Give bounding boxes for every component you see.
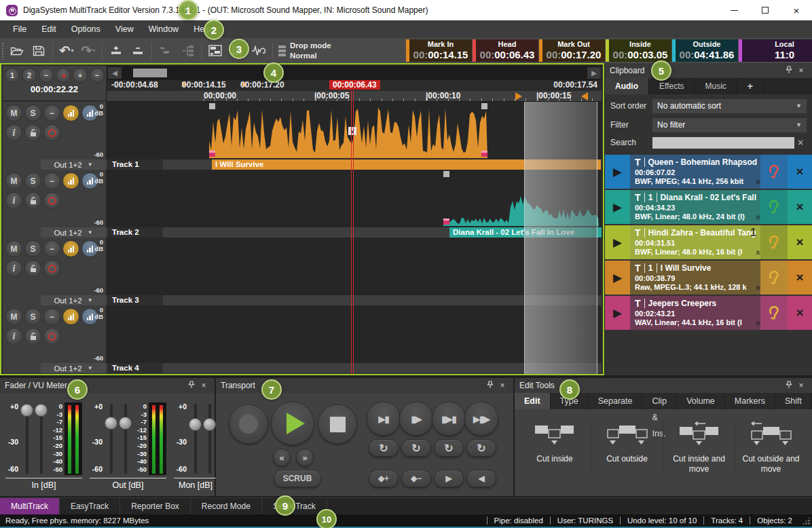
lock-track-button[interactable] xyxy=(24,260,41,277)
tool-cut-outside[interactable]: Cut outside xyxy=(591,421,663,474)
output-routing-select[interactable]: Out 1+2▼ xyxy=(41,159,106,170)
loop-2-button[interactable]: ↻ xyxy=(401,439,431,457)
view-2-button[interactable]: 2 xyxy=(22,68,37,83)
input-meter-button[interactable] xyxy=(62,172,79,189)
timeline-ruler[interactable]: 00:00:00|00:00:05|00:00:10|00:00:15 xyxy=(107,91,602,102)
fader-knob[interactable] xyxy=(20,404,33,417)
play-from-mark-button[interactable]: ▮▶ xyxy=(399,402,433,436)
fader-slider[interactable] xyxy=(203,402,216,475)
range-markers-button[interactable]: ◂▸ xyxy=(56,68,71,83)
solo-button[interactable]: S xyxy=(24,105,41,121)
prev-marker-button[interactable]: ◀ xyxy=(466,470,496,487)
nudge-back-button[interactable]: « xyxy=(273,449,291,466)
remove-clip-button[interactable]: × xyxy=(788,190,812,224)
lock-track-button[interactable] xyxy=(24,192,41,209)
hide-track-button[interactable]: − xyxy=(43,172,60,189)
input-meter-button[interactable] xyxy=(62,308,79,325)
play-button[interactable] xyxy=(271,402,314,445)
close-button[interactable]: × xyxy=(781,0,812,20)
close-panel-icon[interactable]: × xyxy=(198,381,210,390)
clipboard-item-1[interactable]: ▶TQueen - Bohemian Rhapsody_mp00:06:07.0… xyxy=(605,155,812,189)
record-button[interactable] xyxy=(229,404,268,444)
mute-button[interactable]: M xyxy=(5,308,22,325)
save-button[interactable] xyxy=(28,41,50,60)
remove-marker-button[interactable]: ◆− xyxy=(401,470,431,487)
output-routing-select[interactable]: Out 1+2▼ xyxy=(41,295,106,305)
clipboard-tab-effects[interactable]: Effects xyxy=(649,78,695,94)
track-info-button[interactable]: i xyxy=(5,192,22,209)
mute-button[interactable]: M xyxy=(5,240,22,257)
arrange-blocks-button[interactable] xyxy=(204,41,226,60)
zoom-out-button[interactable]: − xyxy=(90,68,105,83)
play-clip-button[interactable]: ▶ xyxy=(605,225,630,259)
play-clip-button[interactable]: ▶ xyxy=(605,261,630,295)
mute-button[interactable]: M xyxy=(5,172,22,189)
clear-search-icon[interactable]: × xyxy=(794,137,807,148)
mute-button[interactable]: M xyxy=(5,105,22,121)
fader-knob[interactable] xyxy=(119,417,132,430)
record-arm-button[interactable] xyxy=(43,260,60,277)
expand-chevron-icon[interactable]: » xyxy=(752,250,760,255)
remove-clip-button[interactable]: × xyxy=(788,225,812,259)
edit-tools-tab-separate[interactable]: Separate xyxy=(589,393,643,409)
tool-cut-outside-and-move[interactable]: Cut outside and move xyxy=(735,421,807,474)
prelisten-button[interactable] xyxy=(760,155,788,189)
remove-clip-button[interactable]: × xyxy=(788,155,812,189)
close-panel-icon[interactable]: × xyxy=(795,381,807,390)
align-left-button[interactable] xyxy=(155,41,177,60)
loop-1-button[interactable]: ↻ xyxy=(369,439,399,457)
clipboard-item-5[interactable]: ▶TJeepers Creepers00:02:43.21WAV, Linear… xyxy=(605,296,812,330)
play-clip-button[interactable]: ▶ xyxy=(605,155,630,189)
clip-corner-handle[interactable] xyxy=(443,171,449,177)
remove-clip-button[interactable]: × xyxy=(788,296,812,330)
close-panel-icon[interactable]: × xyxy=(496,381,509,390)
play-clip-button[interactable]: ▶ xyxy=(605,296,630,330)
solo-button[interactable]: S xyxy=(24,308,41,325)
fader-knob[interactable] xyxy=(189,418,202,431)
tool-cut-inside-and-move[interactable]: Cut inside and move xyxy=(663,421,735,474)
search-input[interactable] xyxy=(652,137,794,149)
solo-button[interactable]: S xyxy=(24,240,41,257)
maximize-button[interactable] xyxy=(750,0,781,20)
scroll-left-button[interactable]: ◀ xyxy=(108,67,122,79)
clip-corner-handle[interactable] xyxy=(481,103,487,109)
clipboard-item-4[interactable]: ▶T1I Will Survive00:00:38.79Raw, MPEG-L.… xyxy=(605,261,812,295)
undo-button[interactable]: ↶▾ xyxy=(56,41,77,60)
mark-in-marker-icon[interactable] xyxy=(515,92,522,100)
clip-corner-handle[interactable] xyxy=(209,103,215,109)
record-arm-button[interactable] xyxy=(43,192,60,209)
add-clipboard-tab-button[interactable]: + xyxy=(737,78,764,94)
expand-chevron-icon[interactable]: » xyxy=(752,215,760,220)
pin-icon[interactable] xyxy=(783,66,795,76)
prelisten-button[interactable] xyxy=(760,261,788,295)
mode-tab-multitrack[interactable]: MultiTrack xyxy=(0,498,60,514)
add-marker-button[interactable]: ◆+ xyxy=(369,470,399,487)
fade-handle[interactable] xyxy=(481,151,487,157)
edit-tools-tab-edit[interactable]: Edit xyxy=(515,393,551,409)
lock-track-button[interactable] xyxy=(24,124,41,141)
next-marker-button[interactable]: ▶ xyxy=(434,470,464,487)
close-panel-icon[interactable]: × xyxy=(795,66,807,75)
add-object-button[interactable] xyxy=(105,41,127,60)
drop-mode-control[interactable]: Drop modeNormal xyxy=(278,41,331,60)
pin-icon[interactable] xyxy=(484,381,496,391)
filter-select[interactable]: No filter ▼ xyxy=(652,118,807,132)
mark-out-marker-icon[interactable] xyxy=(581,92,588,100)
hide-track-button[interactable]: − xyxy=(43,308,60,325)
playhead-cursor[interactable] xyxy=(351,90,354,374)
collapse-tracks-button[interactable]: − xyxy=(39,68,54,83)
scroll-right-button[interactable]: ▶ xyxy=(587,67,601,79)
hide-track-button[interactable]: − xyxy=(43,240,60,257)
clipboard-item-3[interactable]: ▶THindi Zahra - Beautiful Tang00:04:31.5… xyxy=(605,225,812,259)
play-selection-button[interactable]: ▮▶▮ xyxy=(432,402,466,436)
zoom-in-button[interactable]: + xyxy=(73,68,88,83)
edit-tools-tab-shift[interactable]: Shift xyxy=(775,393,812,409)
clipboard-item-2[interactable]: ▶T1Diana Krall - 02 Let's Fall In Lo00:0… xyxy=(605,190,812,224)
fade-handle[interactable] xyxy=(443,219,449,225)
tree-structure-button[interactable] xyxy=(177,41,198,60)
record-arm-button[interactable] xyxy=(43,124,60,141)
remove-object-button[interactable] xyxy=(127,41,149,60)
tool-cut-inside[interactable]: Cut inside xyxy=(519,421,591,474)
fader-slider[interactable] xyxy=(189,402,202,475)
remove-clip-button[interactable]: × xyxy=(788,261,812,295)
